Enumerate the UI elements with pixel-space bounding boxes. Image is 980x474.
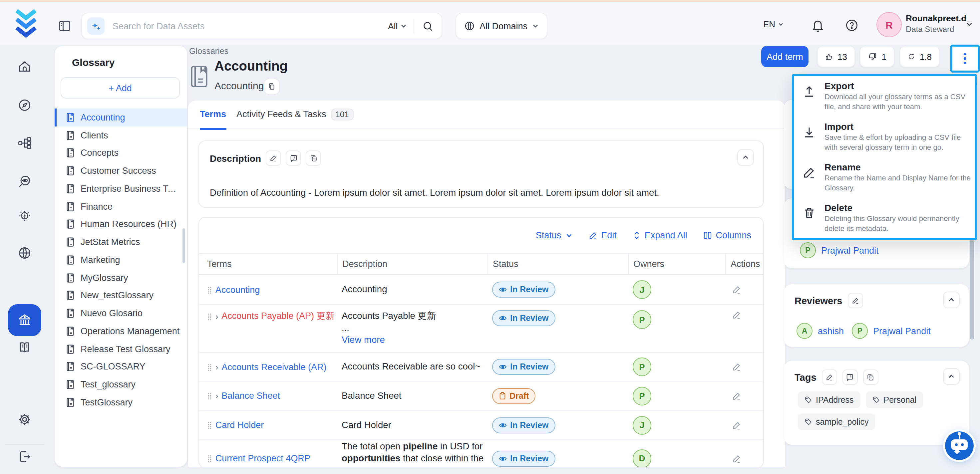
drag-handle-icon[interactable]: ⣿ — [207, 286, 212, 293]
tags-collapse-button[interactable] — [943, 368, 960, 385]
row-edit-icon[interactable] — [732, 310, 741, 320]
nav-discover-icon[interactable] — [18, 174, 32, 189]
col-owners[interactable]: Owners — [628, 254, 725, 274]
copy-name-button[interactable] — [264, 78, 280, 94]
description-comment-button[interactable] — [286, 151, 301, 166]
row-edit-icon[interactable] — [732, 454, 741, 463]
breadcrumb[interactable]: Glossaries — [189, 46, 228, 56]
glossary-list-item[interactable]: TestGlossary — [55, 393, 187, 412]
add-term-button[interactable]: Add term — [761, 46, 808, 67]
glossary-list-item[interactable]: Human Resources (HR) — [55, 215, 187, 233]
view-more-link[interactable]: View more — [342, 335, 385, 345]
glossary-list-item[interactable]: Enterprise Business Ter... — [55, 180, 187, 198]
add-glossary-button[interactable]: + Add — [60, 77, 180, 99]
nav-explore-icon[interactable] — [18, 98, 32, 113]
expand-row-icon[interactable]: › — [215, 311, 218, 321]
nav-logout-icon[interactable] — [18, 449, 32, 464]
owner-user-chip[interactable]: P Prajwal Pandit — [800, 242, 879, 258]
drag-handle-icon[interactable]: ⣿ — [207, 455, 212, 462]
glossary-list-item[interactable]: SC-GLOSSARY — [55, 358, 187, 376]
glossary-list-item[interactable]: MyGlossary — [55, 269, 187, 287]
tags-comment-button[interactable] — [843, 369, 858, 385]
user-menu-chevron-icon[interactable] — [966, 21, 973, 28]
user-avatar[interactable]: R — [877, 12, 902, 37]
tag-chip[interactable]: IPAddress — [798, 391, 861, 408]
term-link[interactable]: Accounts Payable (AP) 更新 — [221, 310, 334, 322]
columns-button[interactable]: Columns — [703, 231, 751, 240]
search-input[interactable] — [111, 20, 381, 32]
nav-home-icon[interactable] — [18, 59, 32, 74]
row-edit-icon[interactable] — [732, 420, 741, 430]
nav-insights-icon[interactable] — [18, 210, 32, 224]
tab-terms[interactable]: Terms — [200, 100, 226, 130]
owner-avatar[interactable]: P — [633, 387, 651, 405]
expand-row-icon[interactable]: › — [215, 362, 218, 372]
reviewer-chip[interactable]: P Prajwal Pandit — [852, 323, 931, 339]
col-status[interactable]: Status — [487, 254, 628, 274]
global-search[interactable]: All — [81, 13, 442, 39]
more-actions-button[interactable] — [950, 45, 980, 73]
bulk-edit-button[interactable]: Edit — [589, 231, 617, 240]
owner-avatar[interactable]: P — [633, 310, 651, 329]
description-collapse-button[interactable] — [737, 149, 754, 166]
nav-docs-icon[interactable] — [18, 340, 32, 355]
menu-item[interactable]: Export Download all your glossary terms … — [794, 76, 975, 116]
sidebar-toggle-icon[interactable] — [57, 19, 72, 33]
tags-edit-button[interactable] — [822, 369, 837, 385]
language-dropdown[interactable]: EN — [763, 19, 784, 29]
row-edit-icon[interactable] — [732, 362, 741, 371]
term-link[interactable]: Card Holder — [215, 420, 264, 430]
glossary-list-item[interactable]: Customer Success — [55, 162, 187, 180]
col-terms[interactable]: Terms — [199, 254, 337, 274]
glossary-list-item[interactable]: JetStat Metrics — [55, 233, 187, 251]
glossary-list-item[interactable]: Test_glossary — [55, 376, 187, 394]
drag-handle-icon[interactable]: ⣿ — [207, 313, 212, 320]
search-scope-dropdown[interactable]: All — [381, 21, 414, 31]
description-copy-button[interactable] — [306, 151, 321, 166]
domains-dropdown[interactable]: All Domains — [455, 13, 547, 39]
atlan-logo-icon[interactable] — [13, 9, 39, 39]
glossary-scrollbar[interactable] — [183, 228, 185, 263]
glossary-list-item[interactable]: Operations Management — [55, 322, 187, 340]
reviewer-chip[interactable]: A ashish — [797, 323, 844, 339]
tab-activity-feeds[interactable]: Activity Feeds & Tasks 101 — [236, 100, 354, 128]
term-link[interactable]: Accounting — [215, 285, 260, 294]
reviewers-collapse-button[interactable] — [943, 291, 960, 308]
ai-sparkle-icon[interactable] — [87, 17, 105, 35]
col-description[interactable]: Description — [337, 254, 487, 274]
tag-chip[interactable]: sample_policy — [798, 414, 875, 430]
glossary-list-item[interactable]: Clients — [55, 126, 187, 145]
menu-item[interactable]: Import Save time & effort by uploading a… — [794, 116, 975, 157]
status-filter-dropdown[interactable]: Status — [536, 231, 573, 240]
expand-all-button[interactable]: Expand All — [633, 231, 687, 240]
owner-avatar[interactable]: J — [633, 280, 651, 299]
owner-name-link[interactable]: Prajwal Pandit — [821, 245, 879, 255]
reviewer-name-link[interactable]: ashish — [818, 326, 844, 336]
chatbot-button[interactable] — [945, 431, 974, 460]
right-scrollbar[interactable] — [970, 234, 974, 339]
nav-web-icon[interactable] — [18, 246, 32, 260]
nav-lineage-icon[interactable] — [18, 136, 32, 151]
search-submit-icon[interactable] — [414, 20, 442, 32]
glossary-list-item[interactable]: Finance — [55, 198, 187, 216]
downvote-button[interactable]: 1 — [860, 46, 894, 67]
menu-item[interactable]: Delete Deleting this Glossary would perm… — [794, 198, 975, 238]
owner-avatar[interactable]: P — [633, 358, 651, 376]
description-edit-button[interactable] — [266, 151, 281, 166]
reviewer-name-link[interactable]: Prajwal Pandit — [873, 326, 931, 336]
term-link[interactable]: Balance Sheet — [221, 391, 280, 401]
help-icon[interactable] — [845, 18, 859, 33]
col-actions[interactable]: Actions — [725, 254, 763, 274]
glossary-list-item[interactable]: Accounting — [55, 108, 187, 126]
row-edit-icon[interactable] — [732, 391, 741, 401]
drag-handle-icon[interactable]: ⣿ — [207, 392, 212, 399]
owner-avatar[interactable]: D — [633, 449, 651, 467]
notifications-bell-icon[interactable] — [810, 18, 825, 33]
glossary-list-item[interactable]: Concepts — [55, 144, 187, 162]
glossary-list-item[interactable]: Marketing — [55, 251, 187, 269]
upvote-button[interactable]: 13 — [817, 46, 855, 67]
menu-item[interactable]: Rename Rename the Name and Display Name … — [794, 157, 975, 198]
reviewers-edit-button[interactable] — [848, 293, 863, 308]
row-edit-icon[interactable] — [732, 285, 741, 294]
nav-settings-icon[interactable] — [18, 412, 32, 427]
